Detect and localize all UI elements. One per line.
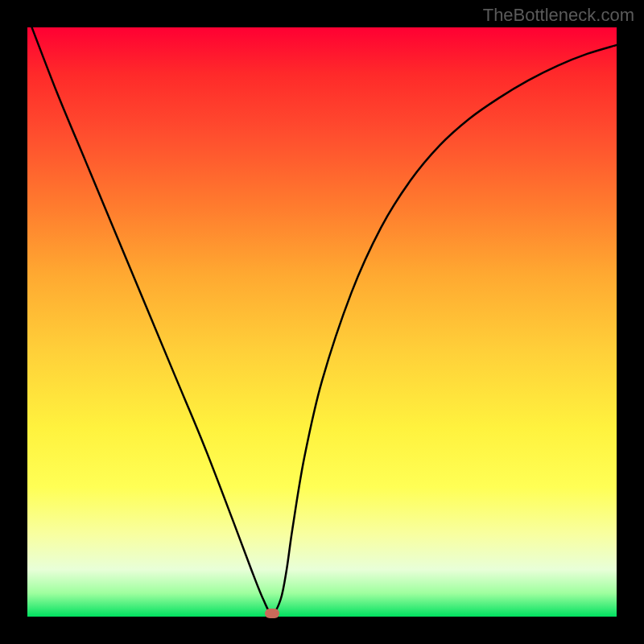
plot-area xyxy=(27,27,617,617)
bottleneck-curve xyxy=(27,27,617,617)
optimum-marker xyxy=(265,609,279,618)
watermark-text: TheBottleneck.com xyxy=(483,5,634,26)
